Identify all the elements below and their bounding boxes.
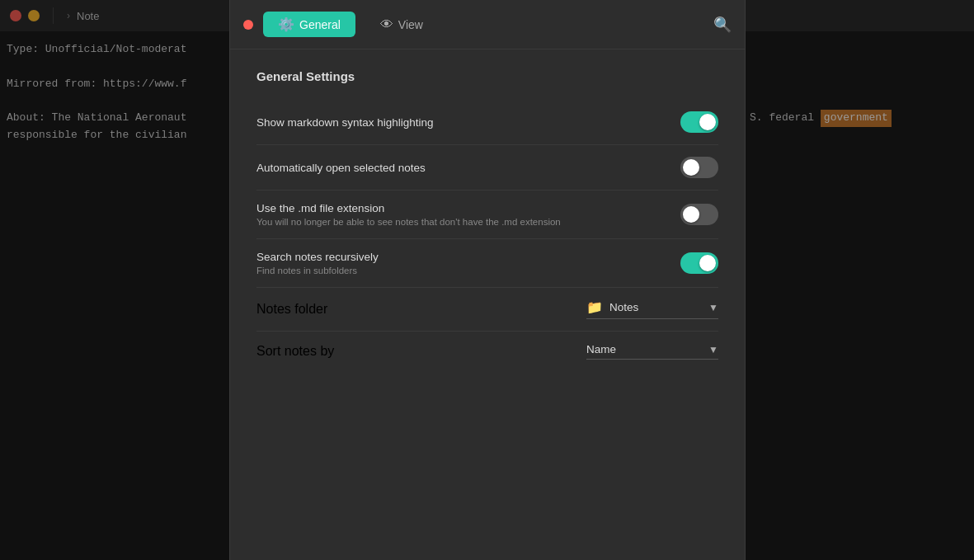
sort-notes-label: Sort notes by xyxy=(256,344,334,359)
general-tab-label: General xyxy=(299,18,341,31)
markdown-highlight-label-group: Show markdown syntax highlighting xyxy=(256,116,434,129)
search-recursive-sublabel: Find notes in subfolders xyxy=(256,266,379,275)
view-tab-icon: 👁 xyxy=(380,17,393,32)
dialog-body: General Settings Show markdown syntax hi… xyxy=(230,49,745,560)
markdown-highlight-label: Show markdown syntax highlighting xyxy=(256,116,434,129)
sort-notes-value: Name xyxy=(586,343,702,355)
md-extension-label: Use the .md file extension xyxy=(256,202,561,214)
auto-open-label-group: Automatically open selected notes xyxy=(256,162,426,174)
search-recursive-label-group: Search notes recursively Find notes in s… xyxy=(256,251,379,275)
sort-notes-arrow[interactable]: ▼ xyxy=(708,344,718,355)
setting-row-auto-open: Automatically open selected notes xyxy=(256,145,718,191)
general-tab-icon: ⚙️ xyxy=(278,16,294,32)
notes-folder-label: Notes folder xyxy=(256,302,327,317)
search-recursive-thumb xyxy=(699,255,716,271)
md-extension-thumb xyxy=(683,206,699,223)
search-icon: 🔍 xyxy=(713,16,732,33)
markdown-highlight-thumb xyxy=(699,114,716,130)
notes-folder-dropdown[interactable]: 📁 Notes ▼ xyxy=(586,299,718,319)
setting-row-search-recursive: Search notes recursively Find notes in s… xyxy=(256,239,718,288)
setting-row-notes-folder: Notes folder 📁 Notes ▼ xyxy=(256,288,718,332)
setting-row-md-extension: Use the .md file extension You will no l… xyxy=(256,191,718,239)
markdown-highlight-toggle[interactable] xyxy=(680,111,718,133)
settings-dialog: ⚙️ General 👁 View 🔍 General Settings Sho… xyxy=(229,0,746,560)
dialog-header: ⚙️ General 👁 View 🔍 xyxy=(230,0,745,49)
auto-open-label: Automatically open selected notes xyxy=(256,162,426,174)
tab-view[interactable]: 👁 View xyxy=(365,12,438,37)
auto-open-toggle[interactable] xyxy=(680,157,718,178)
search-recursive-toggle[interactable] xyxy=(680,252,718,274)
setting-row-markdown-highlight: Show markdown syntax highlighting xyxy=(256,100,718,145)
tab-general[interactable]: ⚙️ General xyxy=(263,12,355,37)
search-button[interactable]: 🔍 xyxy=(713,16,732,34)
search-recursive-label: Search notes recursively xyxy=(256,251,379,263)
md-extension-toggle[interactable] xyxy=(680,204,718,225)
section-title: General Settings xyxy=(256,69,718,83)
dialog-close-dot[interactable] xyxy=(243,20,253,30)
sort-notes-dropdown[interactable]: Name ▼ xyxy=(586,343,718,360)
md-extension-label-group: Use the .md file extension You will no l… xyxy=(256,202,561,227)
md-extension-sublabel: You will no longer be able to see notes … xyxy=(256,217,561,227)
notes-folder-value: Notes xyxy=(609,301,702,313)
setting-row-sort-notes: Sort notes by Name ▼ xyxy=(256,332,718,371)
auto-open-thumb xyxy=(683,159,699,176)
folder-icon: 📁 xyxy=(586,299,603,315)
notes-folder-arrow[interactable]: ▼ xyxy=(708,302,718,313)
view-tab-label: View xyxy=(398,18,423,31)
